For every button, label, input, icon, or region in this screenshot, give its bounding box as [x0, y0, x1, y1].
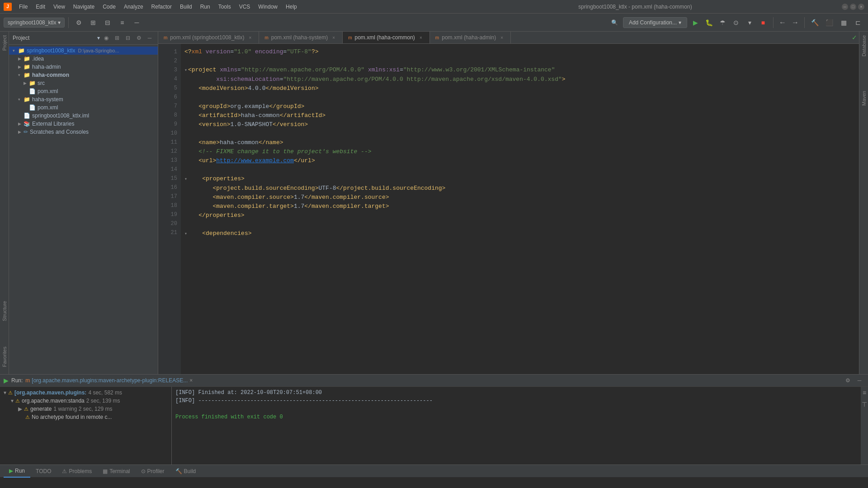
- tab-close-btn[interactable]: ×: [330, 34, 337, 41]
- panel-scope-btn[interactable]: ◉: [102, 33, 111, 42]
- close-bottom-panel-btn[interactable]: ─: [854, 375, 864, 385]
- main-layout: Project Structure Favorites Project ▾ ◉ …: [0, 32, 868, 374]
- code-editor[interactable]: 1 2 3 4 5 6 7 8 9 10 11 12 13 14 15 16 1…: [158, 44, 859, 374]
- database-panel-label[interactable]: Database: [860, 32, 868, 60]
- external-tools-btn[interactable]: ⬛: [823, 16, 835, 29]
- tree-external-libs-item[interactable]: ▶ 📚 External Libraries: [9, 120, 158, 128]
- menu-vcs[interactable]: VCS: [236, 2, 254, 11]
- tree-scratches-item[interactable]: ▶ ✏ Scratches and Consoles: [9, 128, 158, 136]
- sort-btn[interactable]: ≡: [116, 16, 128, 29]
- tab-build[interactable]: 🔨 Build: [170, 465, 202, 477]
- menu-window[interactable]: Window: [255, 2, 281, 11]
- tab-close-btn[interactable]: ×: [418, 34, 424, 41]
- menu-navigate[interactable]: Navigate: [70, 2, 98, 11]
- tab-terminal[interactable]: ▦ Terminal: [97, 465, 135, 477]
- tree-haha-admin-item[interactable]: ▶ 📁 haha-admin: [9, 63, 158, 71]
- tree-idea-item[interactable]: ▶ 📁 .idea: [9, 55, 158, 63]
- close-panel-btn[interactable]: ─: [130, 16, 143, 29]
- close-button[interactable]: ×: [858, 4, 864, 10]
- menu-build[interactable]: Build: [176, 2, 196, 11]
- maximize-button[interactable]: □: [850, 4, 856, 10]
- profile-button[interactable]: ⊙: [730, 16, 742, 29]
- back-button[interactable]: ←: [777, 18, 788, 28]
- settings-gear-icon[interactable]: ⚙: [843, 375, 853, 385]
- run-tree-no-archetype[interactable]: ⚠ No archetype found in remote c...: [0, 413, 171, 421]
- collapse-btn[interactable]: ⊟: [101, 16, 114, 29]
- run-task-close[interactable]: ×: [189, 377, 193, 384]
- add-config-label: Add Configuration...: [629, 19, 677, 26]
- code-content[interactable]: <?xml version="1.0" encoding="UTF-8"?> ▾…: [181, 44, 859, 374]
- project-selector[interactable]: springboot1008_ktlx ▾: [4, 18, 65, 28]
- run-tree-generate[interactable]: ▶ ⚠ generate 1 warning 2 sec, 129 ms: [0, 405, 171, 413]
- panel-settings-btn[interactable]: ⚙: [134, 33, 143, 42]
- more-run-btn[interactable]: ▾: [743, 16, 756, 29]
- forward-button[interactable]: →: [790, 18, 801, 28]
- panel-close-btn[interactable]: ─: [145, 33, 154, 42]
- tree-src-item[interactable]: ▶ 📁 src: [9, 79, 158, 87]
- code-line-3: ▾<project xmlns="http://maven.apache.org…: [184, 66, 855, 75]
- panel-collapse-btn[interactable]: ⊟: [123, 33, 132, 42]
- tab-run[interactable]: ▶ Run: [4, 465, 30, 478]
- menu-analyze[interactable]: Analyze: [120, 2, 147, 11]
- menu-help[interactable]: Help: [282, 2, 301, 11]
- structure-panel-label[interactable]: Structure: [1, 297, 8, 325]
- tab-pom-springboot[interactable]: m pom.xml (springboot1008_ktlx) ×: [158, 32, 259, 43]
- tree-root-item[interactable]: ▾ 📁 springboot1008_ktlx D:\java-Springbo…: [9, 47, 158, 55]
- tree-iml-item[interactable]: ▶ 📄 springboot1008_ktlx.iml: [9, 112, 158, 120]
- tree-pom-system-item[interactable]: ▶ 📄 pom.xml: [9, 103, 158, 112]
- code-line-16: <project.build.sourceEncoding>UTF-8</pro…: [184, 184, 855, 193]
- tree-haha-common-item[interactable]: ▾ 📁 haha-common: [9, 71, 158, 79]
- debug-button[interactable]: 🐛: [703, 16, 715, 29]
- project-panel-label[interactable]: Project: [1, 32, 8, 54]
- tab-todo[interactable]: TODO: [30, 465, 57, 477]
- menu-edit[interactable]: Edit: [32, 2, 49, 11]
- tree-haha-system-item[interactable]: ▾ 📁 haha-system: [9, 95, 158, 103]
- tree-haha-system-name: haha-system: [32, 96, 63, 103]
- run-play-button[interactable]: ▶: [4, 377, 9, 384]
- tree-arrow-ext: ▶: [18, 122, 24, 126]
- run-tree-standa[interactable]: ▾ ⚠ org.apache.maven:standa 2 sec, 139 m…: [0, 397, 171, 405]
- git-btn[interactable]: ⊏: [852, 16, 864, 29]
- tab-profiler[interactable]: ⊙ Profiler: [136, 465, 170, 477]
- code-line-17: <maven.compiler.source>1.7</maven.compil…: [184, 193, 855, 202]
- menu-code[interactable]: Code: [99, 2, 119, 11]
- tree-scratches-name: Scratches and Consoles: [30, 129, 89, 135]
- tree-src-name: src: [38, 80, 45, 86]
- xml-file-icon: 📄: [29, 104, 36, 111]
- menu-file[interactable]: File: [15, 2, 31, 11]
- search-icon[interactable]: 🔍: [609, 16, 621, 29]
- play-button[interactable]: ▶: [689, 16, 702, 29]
- warning-icon: ⚠: [15, 398, 20, 404]
- tab-close-btn[interactable]: ×: [499, 34, 505, 41]
- menu-refactor[interactable]: Refactor: [148, 2, 175, 11]
- run-tree-maven-plugins[interactable]: ▾ ⚠ [org.apache.maven.plugins: 4 sec, 58…: [0, 389, 171, 397]
- bottom-right-buttons: ⚙ ─: [843, 375, 864, 385]
- favorites-panel-label[interactable]: Favorites: [1, 343, 8, 371]
- menu-tools[interactable]: Tools: [215, 2, 235, 11]
- coverage-button[interactable]: ☂: [716, 16, 729, 29]
- tab-pom-haha-common[interactable]: m pom.xml (haha-common) ×: [343, 32, 430, 43]
- stop-button[interactable]: ■: [757, 16, 769, 29]
- tree-arrow-common: ▾: [18, 73, 24, 77]
- tab-problems[interactable]: ⚠ Problems: [57, 465, 97, 477]
- panel-expand-all-btn[interactable]: ⊞: [113, 33, 122, 42]
- settings-btn[interactable]: ⚙: [72, 16, 85, 29]
- tab-pom-haha-system[interactable]: m pom.xml (haha-system) ×: [259, 32, 343, 43]
- problems-icon: ⚠: [62, 468, 67, 474]
- expand-btn[interactable]: ⊞: [87, 16, 99, 29]
- xml-file-icon: 📄: [29, 88, 36, 94]
- tree-pom-common-item[interactable]: ▶ 📄 pom.xml: [9, 87, 158, 95]
- filter-icon[interactable]: ⊤: [859, 399, 868, 409]
- menu-view[interactable]: View: [50, 2, 69, 11]
- sort-icon[interactable]: ≡: [859, 388, 868, 398]
- build-btn[interactable]: 🔨: [808, 16, 821, 29]
- terminal-btn[interactable]: ▦: [837, 16, 850, 29]
- minimize-button[interactable]: ─: [842, 4, 848, 10]
- code-line-13: <url>http://www.example.com</url>: [184, 156, 855, 165]
- tab-close-btn[interactable]: ×: [247, 34, 253, 41]
- add-configuration-button[interactable]: Add Configuration... ▾: [623, 17, 687, 28]
- code-line-4: xsi:schemaLocation="http://maven.apache.…: [184, 75, 855, 84]
- menu-run[interactable]: Run: [197, 2, 214, 11]
- maven-panel-label[interactable]: Maven: [860, 87, 868, 109]
- tab-pom-haha-admin[interactable]: m pom.xml (haha-admin) ×: [430, 32, 511, 43]
